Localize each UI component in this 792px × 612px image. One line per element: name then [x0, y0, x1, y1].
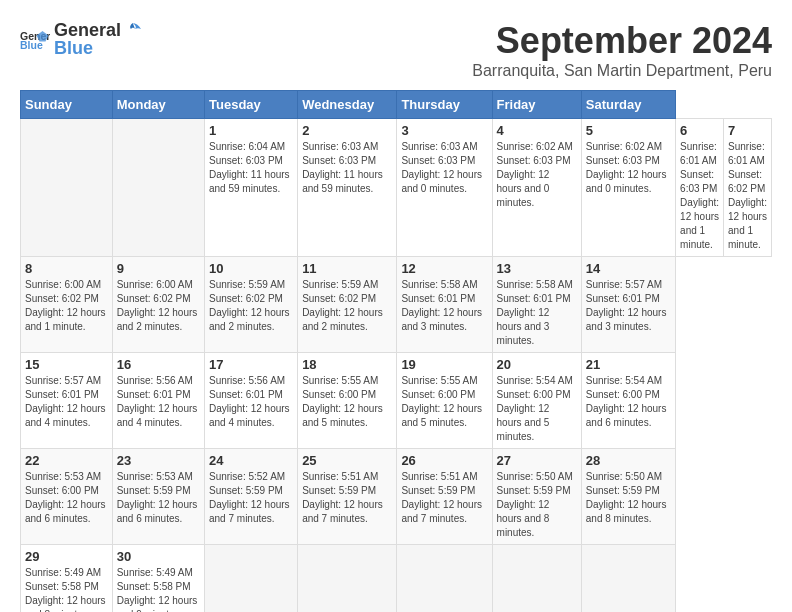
calendar-week-row: 15 Sunrise: 5:57 AM Sunset: 6:01 PM Dayl… — [21, 353, 772, 449]
weekday-header-monday: Monday — [112, 91, 204, 119]
day-detail: Sunrise: 6:01 AM Sunset: 6:03 PM Dayligh… — [680, 141, 719, 250]
day-number: 15 — [25, 357, 108, 372]
day-number: 12 — [401, 261, 487, 276]
calendar-cell — [21, 119, 113, 257]
day-detail: Sunrise: 5:51 AM Sunset: 5:59 PM Dayligh… — [401, 471, 482, 524]
calendar-week-row: 1 Sunrise: 6:04 AM Sunset: 6:03 PM Dayli… — [21, 119, 772, 257]
day-number: 13 — [497, 261, 577, 276]
calendar-cell: 20 Sunrise: 5:54 AM Sunset: 6:00 PM Dayl… — [492, 353, 581, 449]
day-number: 9 — [117, 261, 200, 276]
day-detail: Sunrise: 5:54 AM Sunset: 6:00 PM Dayligh… — [586, 375, 667, 428]
day-number: 7 — [728, 123, 767, 138]
calendar-cell: 8 Sunrise: 6:00 AM Sunset: 6:02 PM Dayli… — [21, 257, 113, 353]
day-number: 22 — [25, 453, 108, 468]
day-detail: Sunrise: 6:03 AM Sunset: 6:03 PM Dayligh… — [401, 141, 482, 194]
day-number: 23 — [117, 453, 200, 468]
calendar-cell: 25 Sunrise: 5:51 AM Sunset: 5:59 PM Dayl… — [298, 449, 397, 545]
day-number: 25 — [302, 453, 392, 468]
day-detail: Sunrise: 6:01 AM Sunset: 6:02 PM Dayligh… — [728, 141, 767, 250]
day-number: 14 — [586, 261, 671, 276]
day-number: 10 — [209, 261, 293, 276]
day-detail: Sunrise: 5:58 AM Sunset: 6:01 PM Dayligh… — [497, 279, 573, 346]
svg-text:Blue: Blue — [20, 39, 43, 51]
calendar-cell: 28 Sunrise: 5:50 AM Sunset: 5:59 PM Dayl… — [581, 449, 675, 545]
day-number: 27 — [497, 453, 577, 468]
calendar-cell: 15 Sunrise: 5:57 AM Sunset: 6:01 PM Dayl… — [21, 353, 113, 449]
day-number: 24 — [209, 453, 293, 468]
logo: General Blue General Blue — [20, 20, 143, 59]
calendar-cell: 9 Sunrise: 6:00 AM Sunset: 6:02 PM Dayli… — [112, 257, 204, 353]
calendar-cell — [492, 545, 581, 613]
day-detail: Sunrise: 6:02 AM Sunset: 6:03 PM Dayligh… — [586, 141, 667, 194]
calendar-cell: 16 Sunrise: 5:56 AM Sunset: 6:01 PM Dayl… — [112, 353, 204, 449]
calendar-week-row: 22 Sunrise: 5:53 AM Sunset: 6:00 PM Dayl… — [21, 449, 772, 545]
calendar-cell: 1 Sunrise: 6:04 AM Sunset: 6:03 PM Dayli… — [205, 119, 298, 257]
calendar-cell: 19 Sunrise: 5:55 AM Sunset: 6:00 PM Dayl… — [397, 353, 492, 449]
weekday-header-saturday: Saturday — [581, 91, 675, 119]
day-detail: Sunrise: 6:00 AM Sunset: 6:02 PM Dayligh… — [25, 279, 106, 332]
calendar-cell: 27 Sunrise: 5:50 AM Sunset: 5:59 PM Dayl… — [492, 449, 581, 545]
calendar-cell: 3 Sunrise: 6:03 AM Sunset: 6:03 PM Dayli… — [397, 119, 492, 257]
day-number: 5 — [586, 123, 671, 138]
calendar-cell — [205, 545, 298, 613]
day-number: 1 — [209, 123, 293, 138]
day-number: 6 — [680, 123, 719, 138]
calendar-cell — [298, 545, 397, 613]
calendar-cell: 24 Sunrise: 5:52 AM Sunset: 5:59 PM Dayl… — [205, 449, 298, 545]
day-detail: Sunrise: 5:49 AM Sunset: 5:58 PM Dayligh… — [25, 567, 106, 612]
day-detail: Sunrise: 5:50 AM Sunset: 5:59 PM Dayligh… — [586, 471, 667, 524]
title-section: September 2024 Barranquita, San Martin D… — [472, 20, 772, 80]
day-number: 18 — [302, 357, 392, 372]
day-number: 3 — [401, 123, 487, 138]
day-detail: Sunrise: 6:04 AM Sunset: 6:03 PM Dayligh… — [209, 141, 290, 194]
day-detail: Sunrise: 5:55 AM Sunset: 6:00 PM Dayligh… — [401, 375, 482, 428]
calendar-cell: 14 Sunrise: 5:57 AM Sunset: 6:01 PM Dayl… — [581, 257, 675, 353]
day-number: 17 — [209, 357, 293, 372]
day-detail: Sunrise: 5:54 AM Sunset: 6:00 PM Dayligh… — [497, 375, 573, 442]
day-detail: Sunrise: 5:58 AM Sunset: 6:01 PM Dayligh… — [401, 279, 482, 332]
calendar-cell: 12 Sunrise: 5:58 AM Sunset: 6:01 PM Dayl… — [397, 257, 492, 353]
day-detail: Sunrise: 6:02 AM Sunset: 6:03 PM Dayligh… — [497, 141, 573, 208]
logo-bird-icon — [123, 21, 143, 41]
day-number: 20 — [497, 357, 577, 372]
weekday-header-thursday: Thursday — [397, 91, 492, 119]
day-number: 28 — [586, 453, 671, 468]
day-detail: Sunrise: 5:51 AM Sunset: 5:59 PM Dayligh… — [302, 471, 383, 524]
calendar-week-row: 8 Sunrise: 6:00 AM Sunset: 6:02 PM Dayli… — [21, 257, 772, 353]
weekday-header-row: SundayMondayTuesdayWednesdayThursdayFrid… — [21, 91, 772, 119]
calendar-week-row: 29 Sunrise: 5:49 AM Sunset: 5:58 PM Dayl… — [21, 545, 772, 613]
day-number: 11 — [302, 261, 392, 276]
calendar-cell — [397, 545, 492, 613]
calendar-cell: 22 Sunrise: 5:53 AM Sunset: 6:00 PM Dayl… — [21, 449, 113, 545]
day-detail: Sunrise: 5:57 AM Sunset: 6:01 PM Dayligh… — [586, 279, 667, 332]
calendar-cell: 30 Sunrise: 5:49 AM Sunset: 5:58 PM Dayl… — [112, 545, 204, 613]
day-number: 16 — [117, 357, 200, 372]
day-number: 26 — [401, 453, 487, 468]
weekday-header-friday: Friday — [492, 91, 581, 119]
weekday-header-wednesday: Wednesday — [298, 91, 397, 119]
day-detail: Sunrise: 5:50 AM Sunset: 5:59 PM Dayligh… — [497, 471, 573, 538]
page-header: General Blue General Blue September 2024… — [20, 20, 772, 80]
calendar-cell: 26 Sunrise: 5:51 AM Sunset: 5:59 PM Dayl… — [397, 449, 492, 545]
day-detail: Sunrise: 5:56 AM Sunset: 6:01 PM Dayligh… — [209, 375, 290, 428]
calendar-table: SundayMondayTuesdayWednesdayThursdayFrid… — [20, 90, 772, 612]
calendar-cell: 29 Sunrise: 5:49 AM Sunset: 5:58 PM Dayl… — [21, 545, 113, 613]
day-detail: Sunrise: 6:00 AM Sunset: 6:02 PM Dayligh… — [117, 279, 198, 332]
calendar-cell: 5 Sunrise: 6:02 AM Sunset: 6:03 PM Dayli… — [581, 119, 675, 257]
month-title: September 2024 — [472, 20, 772, 62]
calendar-cell: 17 Sunrise: 5:56 AM Sunset: 6:01 PM Dayl… — [205, 353, 298, 449]
day-number: 30 — [117, 549, 200, 564]
calendar-cell: 10 Sunrise: 5:59 AM Sunset: 6:02 PM Dayl… — [205, 257, 298, 353]
calendar-cell: 7 Sunrise: 6:01 AM Sunset: 6:02 PM Dayli… — [724, 119, 772, 257]
day-number: 19 — [401, 357, 487, 372]
calendar-cell: 21 Sunrise: 5:54 AM Sunset: 6:00 PM Dayl… — [581, 353, 675, 449]
day-number: 29 — [25, 549, 108, 564]
calendar-cell: 4 Sunrise: 6:02 AM Sunset: 6:03 PM Dayli… — [492, 119, 581, 257]
logo-icon: General Blue — [20, 28, 50, 52]
calendar-cell — [112, 119, 204, 257]
day-detail: Sunrise: 5:59 AM Sunset: 6:02 PM Dayligh… — [209, 279, 290, 332]
day-detail: Sunrise: 5:56 AM Sunset: 6:01 PM Dayligh… — [117, 375, 198, 428]
calendar-cell: 18 Sunrise: 5:55 AM Sunset: 6:00 PM Dayl… — [298, 353, 397, 449]
day-number: 21 — [586, 357, 671, 372]
calendar-cell: 6 Sunrise: 6:01 AM Sunset: 6:03 PM Dayli… — [676, 119, 724, 257]
